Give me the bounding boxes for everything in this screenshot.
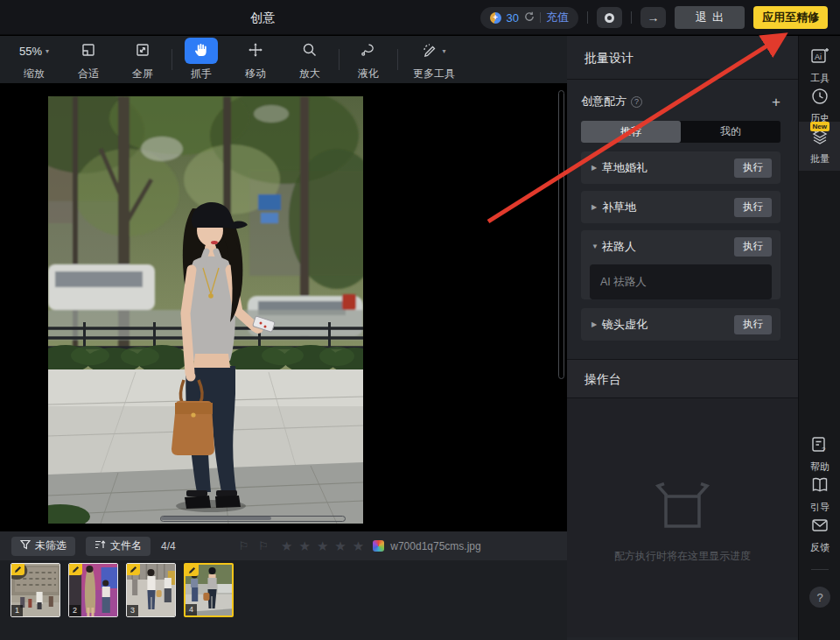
credits-pill[interactable]: + 30 充值 [480, 7, 578, 29]
empty-box-icon [652, 482, 713, 536]
settings-button[interactable] [597, 7, 622, 28]
thumbnail-3[interactable]: 3 [126, 563, 176, 617]
pencil-edit-icon [69, 564, 82, 575]
arrow-right-icon: → [648, 11, 660, 24]
current-filename: w700d1q75cms.jpg [390, 540, 480, 552]
sort-label: 文件名 [110, 538, 142, 553]
topbar-separator [587, 11, 588, 24]
console-title: 操作台 [567, 359, 798, 398]
liquify-icon [360, 42, 376, 60]
star-icon[interactable]: ★ [281, 538, 292, 554]
sidebar-item-batch[interactable]: New 批量 [799, 127, 840, 165]
toolbar-separator [397, 49, 398, 70]
sidebar-divider [811, 569, 829, 570]
tool-fit[interactable]: 合适 [61, 38, 116, 81]
tool-label: 放大 [299, 67, 320, 81]
sidebar-item-help[interactable]: ? 帮助 [799, 435, 840, 474]
caret-right-icon[interactable]: ▶ [592, 320, 602, 328]
fit-icon [80, 42, 96, 60]
photo-counter: 4/4 [161, 540, 176, 552]
console-empty-state: 配方执行时将在这里显示进度 [567, 398, 798, 637]
caret-down-icon[interactable]: ▼ [592, 243, 602, 250]
star-icon[interactable]: ★ [298, 538, 310, 554]
star-icon[interactable]: ★ [334, 538, 346, 554]
apply-to-retouch-button[interactable]: 应用至精修 [753, 6, 828, 29]
tool-fullscreen[interactable]: 全屏 [116, 38, 170, 81]
filter-button[interactable]: 未筛选 [11, 537, 75, 556]
flag-icon[interactable]: ⚐ [258, 539, 269, 552]
sidebar-item-history[interactable]: 历史 [799, 87, 840, 125]
tool-label: 缩放 [24, 67, 45, 81]
tool-liquify[interactable]: 液化 [341, 38, 396, 81]
sort-button[interactable]: 文件名 [86, 537, 150, 556]
new-badge: New [810, 122, 830, 131]
sidebar-item-label: 工具 [810, 72, 830, 85]
tool-hand[interactable]: 抓手 [174, 38, 228, 81]
recipe-name: 镜头虚化 [602, 317, 648, 333]
batch-layers-icon: New [810, 127, 830, 149]
tab-recommended[interactable]: 推荐 [581, 121, 681, 143]
canvas-photo[interactable] [48, 96, 363, 524]
recipe-item[interactable]: ▶ 镜头虚化 执行 [581, 308, 780, 341]
chevron-down-icon: ▾ [442, 47, 445, 55]
flag-icon[interactable]: ⚐ [239, 539, 249, 552]
color-label-icon[interactable] [373, 540, 384, 552]
sort-icon [94, 539, 106, 552]
tool-more[interactable]: ▾ 更多工具 [400, 38, 468, 81]
canvas-horizontal-scrollbar[interactable] [160, 516, 346, 522]
thumbnail-4-selected[interactable]: 4 [184, 563, 234, 617]
tab-mine[interactable]: 我的 [681, 121, 780, 143]
recipe-item[interactable]: ▶ 补草地 执行 [581, 191, 780, 223]
execute-button[interactable]: 执行 [734, 158, 772, 178]
recipe-item-expanded[interactable]: ▼ 祛路人 执行 AI 祛路人 [581, 230, 780, 299]
tool-zoom-in[interactable]: 放大 [283, 38, 337, 81]
credits-amount: 30 [507, 11, 519, 25]
recharge-link[interactable]: 充值 [546, 10, 569, 25]
toolbar-separator [172, 49, 172, 70]
sidebar-item-label: 引导 [810, 501, 830, 514]
tool-label: 抓手 [191, 67, 212, 81]
star-icon[interactable]: ★ [353, 538, 364, 554]
batch-design-panel: 批量设计 创意配方 ? + 推荐 我的 ▶ 草地婚礼 执行 [567, 36, 798, 640]
sidebar-item-tools[interactable]: Ai 工具 [799, 46, 840, 85]
bottom-bar: 未筛选 文件名 4/4 ⚐ ⚐ ★ ★ ★ ★ ★ w700d1q75cms.j… [0, 531, 567, 560]
info-icon[interactable]: ? [631, 96, 642, 108]
refresh-icon[interactable] [524, 11, 535, 25]
canvas-area[interactable] [0, 83, 567, 531]
thumbnail-number: 1 [11, 605, 23, 616]
panel-body: 创意配方 ? + 推荐 我的 ▶ 草地婚礼 执行 ▶ [567, 80, 798, 341]
canvas-vertical-scrollbar[interactable] [558, 90, 564, 379]
add-recipe-button[interactable]: + [772, 95, 780, 109]
thumbnail-2[interactable]: 2 [68, 563, 118, 617]
execute-button[interactable]: 执行 [734, 237, 772, 257]
caret-right-icon[interactable]: ▶ [592, 164, 602, 172]
tool-label: 更多工具 [413, 67, 455, 81]
panel-title: 批量设计 [567, 36, 798, 80]
recipe-step[interactable]: AI 祛路人 [590, 264, 772, 299]
caret-right-icon[interactable]: ▶ [592, 203, 602, 211]
sidebar-item-feedback[interactable]: 反馈 [799, 516, 840, 554]
scrollbar-thumb[interactable] [161, 517, 271, 520]
execute-button[interactable]: 执行 [734, 198, 772, 217]
recipe-list: ▶ 草地婚礼 执行 ▶ 补草地 执行 ▼ 祛路人 [581, 151, 780, 341]
sidebar-item-guide[interactable]: 引导 [799, 475, 840, 514]
recipe-item[interactable]: ▶ 草地婚礼 执行 [581, 151, 780, 184]
more-tools-icon [422, 42, 438, 60]
tool-move[interactable]: 移动 [228, 38, 283, 81]
svg-text:Ai: Ai [815, 53, 822, 61]
execute-button[interactable]: 执行 [734, 315, 772, 334]
coin-icon: + [490, 12, 501, 24]
export-button[interactable]: → [640, 7, 666, 28]
star-icon[interactable]: ★ [317, 538, 328, 554]
feedback-mail-icon [810, 516, 830, 538]
tool-zoom-level[interactable]: 55%▾ 缩放 [7, 38, 61, 81]
fullscreen-icon [135, 42, 150, 60]
app-window: 创意 + 30 充值 → 退出 应用至精修 55%▾ 缩放 [0, 0, 840, 640]
question-button[interactable]: ? [809, 587, 830, 608]
tool-label: 液化 [358, 67, 379, 81]
svg-text:?: ? [822, 446, 826, 454]
thumbnail-1[interactable]: 1 [10, 563, 60, 617]
thumbnail-number: 3 [127, 605, 138, 616]
exit-button[interactable]: 退出 [675, 6, 745, 29]
tool-label: 合适 [78, 67, 99, 81]
